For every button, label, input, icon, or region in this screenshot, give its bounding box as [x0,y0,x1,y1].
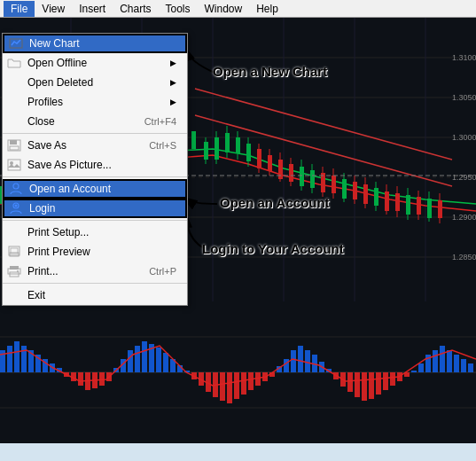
svg-rect-156 [454,355,459,372]
menu-label-save-as: Save As [27,139,66,152]
svg-text:1.2850: 1.2850 [452,253,476,262]
menu-item-save-as[interactable]: Save As Ctrl+S [3,136,187,155]
menu-separator-2 [3,176,187,177]
svg-point-165 [13,184,19,189]
chart-area: 1.3100 1.3050 1.3000 1.2950 1.2900 1.285… [0,18,476,443]
svg-rect-115 [163,353,168,372]
svg-rect-132 [284,359,289,372]
svg-rect-126 [241,372,246,395]
menubar-window[interactable]: Window [198,1,250,17]
svg-rect-163 [8,160,20,170]
menu-item-open-account[interactable]: Open an Account [3,179,187,199]
menubar: File View Insert Charts Tools Window Hel… [0,0,476,18]
svg-rect-93 [7,346,12,372]
svg-rect-147 [390,372,395,386]
svg-rect-123 [220,372,225,401]
svg-rect-141 [347,372,353,392]
svg-rect-144 [369,372,374,399]
menubar-tools[interactable]: Tools [159,1,198,17]
svg-rect-153 [433,350,438,372]
menu-item-print[interactable]: Print... Ctrl+P [3,262,187,281]
menu-label-profiles: Profiles [27,96,63,108]
svg-rect-112 [142,341,147,372]
svg-rect-127 [248,372,254,390]
print-icon [6,264,22,278]
menu-item-print-preview[interactable]: Print Preview [3,242,187,262]
menu-separator-3 [3,220,187,221]
svg-rect-142 [355,372,360,397]
svg-rect-125 [234,372,239,399]
menu-shortcut-print: Ctrl+P [149,266,176,277]
menu-shortcut-close: Ctrl+F4 [144,116,176,127]
menu-label-open-offline: Open Offline [27,57,87,69]
svg-rect-150 [411,371,417,372]
svg-text:1.3050: 1.3050 [452,93,476,102]
svg-rect-111 [135,346,140,372]
svg-rect-154 [440,346,445,372]
menubar-file[interactable]: File [4,1,35,17]
login-icon [8,201,24,215]
svg-rect-110 [128,350,133,372]
menubar-view[interactable]: View [35,1,72,17]
menubar-insert[interactable]: Insert [72,1,113,17]
svg-rect-133 [291,350,296,372]
svg-text:1.3100: 1.3100 [452,53,476,62]
menubar-help[interactable]: Help [249,1,285,17]
svg-rect-155 [447,350,452,372]
menu-separator-4 [3,283,187,284]
menu-item-exit[interactable]: Exit [3,285,187,305]
submenu-arrow-open-deleted: ▶ [170,78,176,87]
print-preview-icon [6,245,22,259]
svg-rect-157 [461,359,466,372]
macd-chart [0,301,476,443]
save-icon [6,138,22,152]
svg-rect-162 [10,146,19,150]
menu-item-new-chart[interactable]: New Chart [3,34,187,53]
menu-label-print: Print... [27,265,59,277]
svg-rect-114 [156,348,161,372]
svg-point-167 [15,205,18,207]
svg-text:1.2900: 1.2900 [452,213,476,222]
svg-rect-103 [78,372,83,386]
menu-item-open-offline[interactable]: Open Offline ▶ [3,53,187,73]
file-dropdown-menu: New Chart Open Offline ▶ Open Deleted ▶ … [2,33,188,306]
menu-item-close[interactable]: Close Ctrl+F4 [3,112,187,131]
account-icon [8,182,24,196]
submenu-arrow-open-offline: ▶ [170,59,176,67]
svg-rect-143 [362,372,367,401]
svg-rect-124 [227,372,232,403]
menu-item-login[interactable]: Login [3,199,187,218]
submenu-arrow-profiles: ▶ [170,98,176,106]
menu-separator-1 [3,133,187,134]
menu-item-open-deleted[interactable]: Open Deleted ▶ [3,73,187,92]
save-picture-icon [6,158,22,172]
folder-icon [6,56,22,70]
svg-text:1.3000: 1.3000 [452,133,476,142]
svg-rect-94 [14,341,20,372]
menu-label-login: Login [29,202,55,215]
menubar-charts[interactable]: Charts [113,1,158,17]
menu-label-open-account: Open an Account [29,183,111,195]
menu-label-new-chart: New Chart [29,37,80,50]
svg-rect-79 [191,131,196,149]
svg-rect-135 [305,350,310,372]
menu-label-open-deleted: Open Deleted [27,76,93,89]
new-chart-icon [8,36,24,51]
menu-label-save-as-picture: Save As Picture... [27,159,112,171]
menu-item-save-as-picture[interactable]: Save As Picture... [3,155,187,175]
menu-label-print-setup: Print Setup... [27,226,89,238]
svg-rect-151 [418,363,424,372]
menu-item-print-setup[interactable]: Print Setup... [3,223,187,242]
svg-point-174 [17,270,19,272]
svg-rect-145 [376,372,381,395]
menu-item-profiles[interactable]: Profiles ▶ [3,92,187,112]
menu-label-print-preview: Print Preview [27,246,90,258]
menu-label-exit: Exit [27,289,45,301]
svg-rect-161 [10,140,17,145]
svg-rect-134 [298,346,303,372]
menu-shortcut-save-as: Ctrl+S [149,140,176,151]
menu-label-close: Close [27,115,55,128]
svg-rect-158 [468,363,473,372]
svg-text:1.2950: 1.2950 [452,173,476,182]
svg-rect-146 [383,372,388,390]
